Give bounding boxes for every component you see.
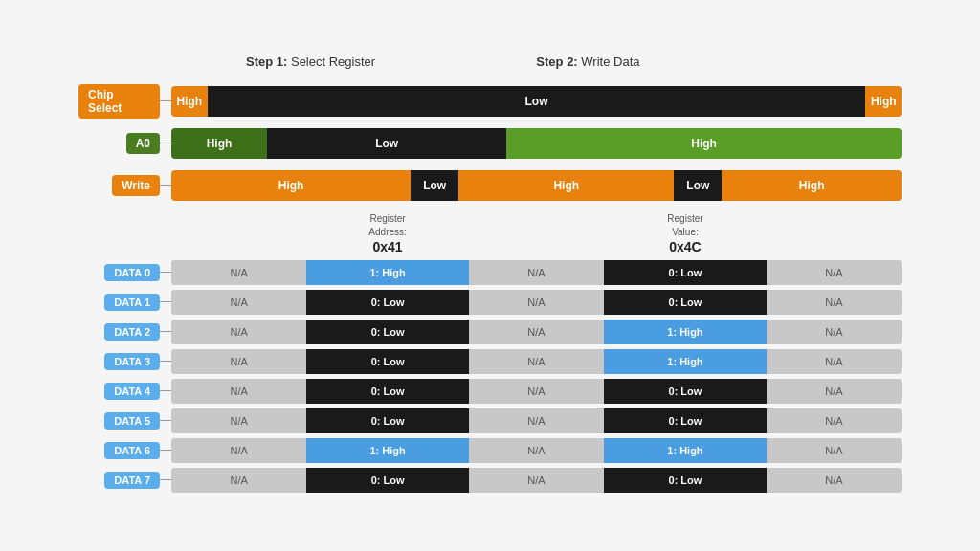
signal-seg-2-4: High — [722, 170, 902, 201]
connector-line — [160, 272, 171, 273]
signal-label-0: Chip Select — [78, 84, 160, 119]
data-seg-6-3: 1: High — [604, 438, 767, 463]
signal-seg-1-1: Low — [267, 128, 506, 159]
data-seg-7-3: 0: Low — [604, 468, 767, 493]
data-seg-4-2: N/A — [469, 379, 604, 404]
connector-line — [160, 450, 171, 451]
data-seg-7-4: N/A — [767, 468, 902, 493]
data-track-5: N/A0: LowN/A0: LowN/A — [171, 408, 902, 433]
data-seg-1-2: N/A — [469, 290, 604, 315]
signal-seg-2-1: Low — [411, 170, 458, 201]
data-seg-1-1: 0: Low — [306, 290, 469, 315]
data-seg-7-0: N/A — [171, 468, 306, 493]
data-track-3: N/A0: LowN/A1: HighN/A — [171, 349, 902, 374]
data-seg-5-1: 0: Low — [306, 408, 469, 433]
data-row: DATA 3N/A0: LowN/A1: HighN/A — [78, 349, 902, 374]
data-seg-5-4: N/A — [767, 408, 902, 433]
step1-label: Step 1: Select Register — [246, 55, 536, 69]
data-row: DATA 6N/A1: HighN/A1: HighN/A — [78, 438, 902, 463]
connector-line — [160, 143, 171, 143]
data-seg-1-0: N/A — [171, 290, 306, 315]
signal-seg-0-2: High — [865, 86, 902, 117]
data-row: DATA 7N/A0: LowN/A0: LowN/A — [78, 468, 902, 493]
step1-bold: Step 1: — [246, 55, 287, 69]
data-track-6: N/A1: HighN/A1: HighN/A — [171, 438, 902, 463]
data-label-7: DATA 7 — [104, 472, 160, 489]
connector-line — [160, 361, 171, 362]
annotation-register-address: RegisterAddress: 0x41 — [306, 212, 469, 254]
data-seg-2-2: N/A — [469, 320, 604, 344]
data-seg-2-0: N/A — [171, 320, 306, 344]
data-row: DATA 5N/A0: LowN/A0: LowN/A — [78, 408, 902, 433]
signal-seg-1-0: High — [171, 128, 267, 159]
connector-line — [160, 420, 171, 421]
signal-row-0: Chip SelectHighLowHigh — [78, 86, 902, 117]
signal-seg-0-1: Low — [208, 86, 866, 117]
data-seg-5-0: N/A — [171, 408, 306, 433]
data-seg-2-3: 1: High — [604, 320, 767, 344]
data-seg-1-3: 0: Low — [604, 290, 767, 315]
data-label-0: DATA 0 — [104, 264, 160, 281]
steps-header: Step 1: Select Register Step 2: Write Da… — [246, 55, 902, 69]
data-seg-6-2: N/A — [469, 438, 604, 463]
data-seg-6-1: 1: High — [306, 438, 469, 463]
signal-rows: Chip SelectHighLowHighA0HighLowHighWrite… — [78, 86, 902, 201]
data-track-4: N/A0: LowN/A0: LowN/A — [171, 379, 902, 404]
data-seg-4-4: N/A — [767, 379, 902, 404]
connector-line — [160, 100, 171, 101]
data-label-2: DATA 2 — [104, 323, 160, 341]
data-label-3: DATA 3 — [104, 353, 160, 370]
data-seg-3-3: 1: High — [604, 349, 767, 374]
signal-label-1: A0 — [126, 133, 160, 154]
annotation-register-value: RegisterValue: 0x4C — [604, 212, 767, 254]
step2-label: Step 2: Write Data — [536, 55, 902, 69]
signal-row-2: WriteHighLowHighLowHigh — [78, 170, 902, 201]
data-seg-0-2: N/A — [469, 260, 604, 285]
signal-seg-2-0: High — [171, 170, 411, 201]
data-seg-2-1: 0: Low — [306, 320, 469, 344]
signal-seg-1-2: High — [506, 128, 902, 159]
data-seg-4-3: 0: Low — [604, 379, 767, 404]
annotations: RegisterAddress: 0x41 RegisterValue: 0x4… — [171, 212, 902, 254]
signal-track-2: HighLowHighLowHigh — [171, 170, 902, 201]
data-row: DATA 4N/A0: LowN/A0: LowN/A — [78, 379, 902, 404]
signal-track-1: HighLowHigh — [171, 128, 902, 159]
signal-label-2: Write — [112, 175, 160, 196]
data-track-2: N/A0: LowN/A1: HighN/A — [171, 320, 902, 344]
signal-seg-2-2: High — [458, 170, 674, 201]
data-seg-7-2: N/A — [469, 468, 604, 493]
signal-seg-0-0: High — [171, 86, 208, 117]
data-seg-0-3: 0: Low — [604, 260, 767, 285]
step2-bold: Step 2: — [536, 55, 577, 69]
data-row: DATA 1N/A0: LowN/A0: LowN/A — [78, 290, 902, 315]
data-seg-3-0: N/A — [171, 349, 306, 374]
main-container: Step 1: Select Register Step 2: Write Da… — [59, 26, 921, 526]
data-seg-2-4: N/A — [767, 320, 902, 344]
data-seg-5-2: N/A — [469, 408, 604, 433]
connector-line — [160, 331, 171, 332]
data-label-1: DATA 1 — [104, 294, 160, 311]
signal-track-0: HighLowHigh — [171, 86, 902, 117]
signal-row-1: A0HighLowHigh — [78, 128, 902, 159]
data-track-7: N/A0: LowN/A0: LowN/A — [171, 468, 902, 493]
data-label-6: DATA 6 — [104, 442, 160, 459]
data-track-0: N/A1: HighN/A0: LowN/A — [171, 260, 902, 285]
data-seg-6-4: N/A — [767, 438, 902, 463]
connector-line — [160, 185, 171, 186]
data-label-4: DATA 4 — [104, 383, 160, 400]
connector-line — [160, 390, 171, 391]
data-seg-3-4: N/A — [767, 349, 902, 374]
data-seg-5-3: 0: Low — [604, 408, 767, 433]
data-seg-7-1: 0: Low — [306, 468, 469, 493]
data-seg-4-0: N/A — [171, 379, 306, 404]
data-seg-3-2: N/A — [469, 349, 604, 374]
data-seg-3-1: 0: Low — [306, 349, 469, 374]
data-row: DATA 0N/A1: HighN/A0: LowN/A — [78, 260, 902, 285]
data-rows: DATA 0N/A1: HighN/A0: LowN/ADATA 1N/A0: … — [78, 260, 902, 493]
data-seg-0-4: N/A — [767, 260, 902, 285]
data-label-5: DATA 5 — [104, 412, 160, 430]
connector-line — [160, 479, 171, 480]
data-seg-0-0: N/A — [171, 260, 306, 285]
data-seg-1-4: N/A — [767, 290, 902, 315]
data-seg-6-0: N/A — [171, 438, 306, 463]
